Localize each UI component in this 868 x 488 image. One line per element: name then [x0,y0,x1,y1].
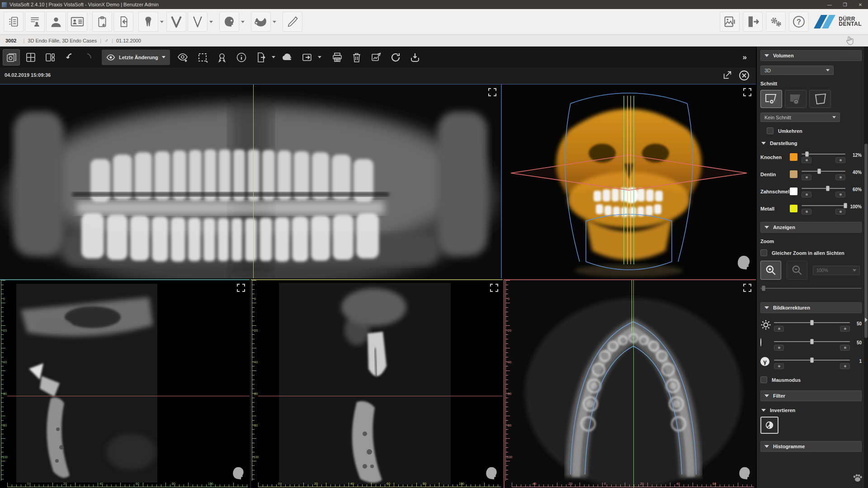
undo-button[interactable] [61,49,78,66]
more-tools-button[interactable]: » [743,53,753,62]
rotate-button[interactable] [387,49,404,66]
minimize-button[interactable]: — [822,0,837,9]
slider-eye-button[interactable] [835,209,845,215]
zoom-level-select[interactable]: 100% [813,266,860,275]
clipboard-add-button[interactable] [92,12,112,32]
fullscreen-icon[interactable] [237,284,245,294]
document-export-button[interactable] [252,49,269,66]
patient-list-button[interactable] [25,12,45,32]
volume-mode-select[interactable]: 3D [760,66,834,75]
pen-button[interactable] [283,12,302,32]
patient-button[interactable] [46,12,66,32]
viewport-panoramic[interactable] [0,84,501,278]
dentin-opacity-slider[interactable] [802,168,845,180]
slider-eye-button[interactable] [802,209,811,215]
scrollbar-thumb[interactable] [864,144,868,338]
case-name[interactable]: 3D Endo Fälle, 3D Endo Cases [28,38,97,43]
eye-add-button[interactable] [175,49,192,66]
slider-eye-button[interactable] [840,363,850,369]
zoom-in-button[interactable] [760,261,781,280]
slider-eye-button[interactable] [774,326,784,332]
print-button[interactable] [329,49,346,66]
slider-eye-button[interactable] [802,174,811,180]
section-darstellung[interactable]: Darstellung [760,141,862,146]
caret-icon[interactable] [273,21,276,23]
close-button[interactable]: ✕ [853,0,868,9]
open-external-button[interactable] [722,70,732,83]
worklist-button[interactable] [4,12,24,32]
info-button[interactable] [233,49,250,66]
fullscreen-icon[interactable] [743,284,751,294]
orientation-head-icon[interactable] [231,466,245,483]
section-histogramme[interactable]: Histogramme [760,441,862,452]
help-button[interactable]: ? [789,12,809,32]
pano-cursor-line[interactable] [253,84,254,278]
slider-eye-button[interactable] [774,345,784,351]
viewport-sagittal[interactable]: 0 -20 -40 -60 -80 -100 0 20 40 60 80 100 [0,279,250,488]
umkehren-checkbox[interactable] [767,127,774,134]
brightness-slider[interactable] [774,319,850,332]
coronal-cursor-line[interactable] [632,280,632,332]
image-export-button[interactable] [720,12,740,32]
section-filter[interactable]: Filter [760,390,862,401]
section-invertieren[interactable]: Invertieren [760,408,862,413]
caret-icon[interactable] [209,21,213,23]
zoom-out-button[interactable] [787,261,807,280]
slider-eye-button[interactable] [835,174,845,180]
section-volumen[interactable]: Volumen [760,50,862,61]
section-bildkorrekturen[interactable]: Bildkorrekturen [760,302,862,313]
orientation-head-icon[interactable] [485,466,498,483]
bitewing-button[interactable] [166,12,186,32]
select-region-button[interactable] [194,49,211,66]
slider-eye-button[interactable] [840,326,850,332]
umkehren-checkbox-row[interactable]: Umkehren [760,127,862,134]
ribbon-button[interactable] [213,49,231,66]
zoom-slider[interactable] [760,288,862,294]
zahnschmelz-color-swatch[interactable] [789,187,798,196]
settings-button[interactable] [766,12,786,32]
sagittal-plane-line[interactable] [633,280,634,488]
knochen-opacity-slider[interactable] [802,151,845,163]
viewport-3d-volume[interactable] [501,84,756,278]
logout-button[interactable] [743,12,763,32]
contrast-slider[interactable] [774,338,850,351]
redo-button[interactable] [80,49,98,66]
orientation-head-icon[interactable] [738,466,751,483]
slider-eye-button[interactable] [835,157,845,163]
fullscreen-icon[interactable] [743,88,751,98]
history-dropdown[interactable]: Letzte Änderung [102,50,170,65]
same-zoom-checkbox-row[interactable]: Gleicher Zoom in allen Sichten [760,249,862,256]
gamma-slider[interactable] [774,356,850,369]
invert-button[interactable] [760,417,778,434]
slice-mode-button-1[interactable] [760,90,782,108]
capture-button[interactable] [3,49,20,66]
caret-icon[interactable] [160,21,164,23]
viewport-coronal[interactable]: 0 -20 -40 -60 -80 -100 0 20 40 60 80 100 [250,279,503,488]
metall-opacity-slider[interactable] [802,202,845,215]
share-image-button[interactable] [368,49,385,66]
close-image-button[interactable] [739,70,750,83]
cloud-upload-button[interactable] [279,49,296,66]
patient-id[interactable]: 3002 [2,38,20,43]
schnitt-mode-select[interactable]: Kein Schnitt [760,113,840,122]
fullscreen-icon[interactable] [490,284,498,294]
document-import-button[interactable] [113,12,133,32]
patient-card-button[interactable] [67,12,87,32]
bitewing-alt-button[interactable] [188,12,208,32]
same-zoom-checkbox[interactable] [760,249,767,256]
sidebar-scrollbar[interactable] [864,47,868,488]
tooth-xray-button[interactable] [138,12,158,32]
section-anzeigen[interactable]: Anzeigen [760,222,862,233]
fullscreen-icon[interactable] [488,88,496,98]
delete-button[interactable] [348,49,365,66]
metall-color-swatch[interactable] [789,204,798,213]
hand-icon[interactable] [844,35,855,47]
caret-icon[interactable] [241,21,245,23]
panel-expand-arrow-icon[interactable] [865,318,868,322]
jaw-3d-button[interactable] [251,12,271,32]
layout-grid-button[interactable] [22,49,39,66]
mausmodus-checkbox[interactable] [760,376,767,383]
slice-mode-button-2[interactable] [785,90,807,108]
slider-eye-button[interactable] [835,192,845,197]
dentin-color-swatch[interactable] [789,170,798,178]
